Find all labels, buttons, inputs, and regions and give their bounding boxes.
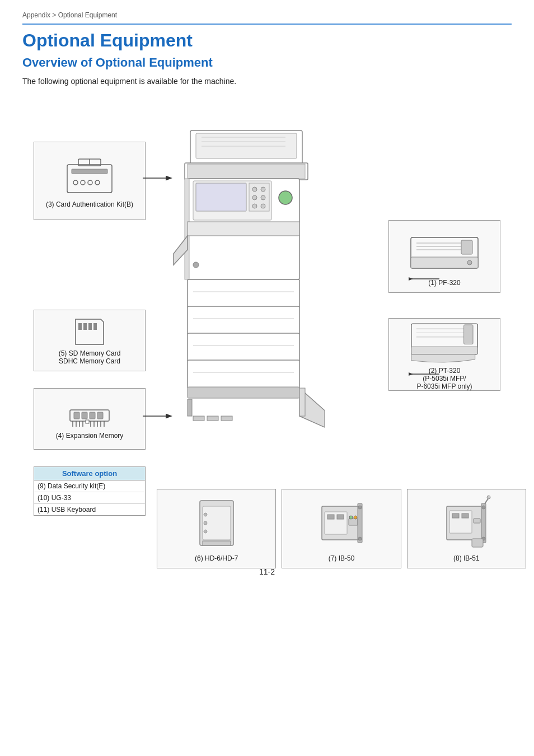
svg-rect-88 bbox=[349, 519, 358, 525]
svg-point-56 bbox=[252, 187, 257, 192]
svg-rect-55 bbox=[249, 183, 269, 211]
svg-rect-43 bbox=[464, 325, 473, 344]
svg-rect-98 bbox=[452, 514, 459, 518]
card-auth-label: (3) Card Authentication Kit(B) bbox=[46, 200, 133, 208]
svg-rect-19 bbox=[86, 420, 89, 423]
software-option-table: Software option (9) Data Security kit(E)… bbox=[34, 466, 146, 516]
svg-point-75 bbox=[193, 262, 199, 268]
expansion-memory-label: (4) Expansion Memory bbox=[56, 432, 124, 440]
svg-point-58 bbox=[252, 195, 257, 200]
svg-rect-64 bbox=[188, 222, 299, 236]
machine-svg bbox=[157, 125, 325, 506]
breadcrumb: Appendix > Optional Equipment bbox=[22, 11, 512, 25]
svg-point-101 bbox=[487, 496, 490, 499]
diagram-area: (3) Card Authentication Kit(B) (5) SD Me… bbox=[22, 97, 512, 556]
svg-point-62 bbox=[279, 191, 292, 204]
svg-point-85 bbox=[204, 530, 207, 533]
ib51-icon bbox=[441, 495, 491, 551]
card-auth-box: (3) Card Authentication Kit(B) bbox=[34, 142, 146, 220]
svg-rect-54 bbox=[196, 183, 246, 211]
page-title: Optional Equipment bbox=[22, 30, 512, 51]
svg-rect-12 bbox=[88, 323, 92, 330]
svg-point-90 bbox=[354, 516, 357, 519]
sd-memory-label: (5) SD Memory CardSDHC Memory Card bbox=[59, 349, 121, 365]
svg-rect-106 bbox=[472, 539, 483, 547]
svg-rect-68 bbox=[188, 360, 299, 388]
svg-rect-1 bbox=[72, 169, 107, 174]
ib50-icon bbox=[316, 495, 367, 551]
svg-rect-73 bbox=[188, 387, 299, 398]
sd-memory-box: (5) SD Memory CardSDHC Memory Card bbox=[34, 310, 146, 371]
svg-marker-9 bbox=[76, 319, 104, 344]
software-item-3: (11) USB Keyboard bbox=[34, 504, 145, 515]
svg-rect-51 bbox=[188, 164, 305, 179]
svg-rect-78 bbox=[207, 416, 218, 421]
svg-point-2 bbox=[73, 180, 78, 185]
svg-rect-91 bbox=[327, 515, 334, 519]
svg-rect-76 bbox=[188, 399, 192, 416]
software-item-1: (9) Data Security kit(E) bbox=[34, 480, 145, 492]
svg-rect-39 bbox=[411, 347, 477, 354]
ib51-label: (8) IB-51 bbox=[453, 554, 480, 562]
svg-point-94 bbox=[358, 506, 362, 509]
pt320-box: (2) PT-320(P-5035i MFP/P-6035i MFP only) bbox=[388, 318, 500, 391]
page-container: Appendix > Optional Equipment Optional E… bbox=[0, 0, 534, 756]
svg-point-84 bbox=[204, 521, 207, 525]
svg-rect-10 bbox=[78, 323, 82, 330]
svg-point-61 bbox=[261, 204, 265, 208]
svg-point-3 bbox=[81, 180, 85, 185]
svg-point-89 bbox=[349, 516, 353, 519]
svg-point-83 bbox=[204, 513, 207, 516]
svg-point-57 bbox=[261, 187, 265, 192]
sd-memory-icon bbox=[70, 316, 109, 347]
expansion-memory-icon bbox=[67, 399, 112, 430]
page-number: 11-2 bbox=[22, 567, 512, 576]
ib50-label: (7) IB-50 bbox=[329, 554, 355, 562]
svg-rect-13 bbox=[93, 323, 97, 330]
svg-rect-35 bbox=[461, 240, 472, 254]
pf320-box: (1) PF-320 bbox=[388, 220, 500, 293]
svg-rect-74 bbox=[299, 388, 305, 416]
svg-point-95 bbox=[358, 537, 362, 540]
intro-text: The following optional equipment is avai… bbox=[22, 77, 512, 86]
svg-rect-17 bbox=[90, 412, 95, 419]
svg-rect-65 bbox=[188, 279, 299, 307]
section-title: Overview of Optional Equipment bbox=[22, 55, 512, 70]
card-auth-icon bbox=[62, 153, 118, 198]
pt320-label: (2) PT-320(P-5035i MFP/P-6035i MFP only) bbox=[416, 367, 472, 390]
svg-rect-77 bbox=[193, 416, 204, 421]
svg-point-5 bbox=[95, 180, 100, 185]
ib50-item: (7) IB-50 bbox=[282, 489, 401, 568]
pt320-icon bbox=[405, 319, 484, 365]
hd-icon bbox=[191, 495, 242, 551]
svg-rect-79 bbox=[221, 416, 232, 421]
svg-rect-99 bbox=[462, 514, 469, 518]
svg-rect-15 bbox=[74, 412, 79, 419]
svg-point-104 bbox=[482, 506, 485, 509]
expansion-memory-box: (4) Expansion Memory bbox=[34, 388, 146, 450]
pf320-icon bbox=[405, 226, 484, 277]
hd-item: (6) HD-6/HD-7 bbox=[157, 489, 276, 568]
svg-rect-92 bbox=[337, 515, 344, 519]
svg-rect-67 bbox=[188, 333, 299, 361]
pf320-label: (1) PF-320 bbox=[428, 279, 460, 287]
svg-rect-16 bbox=[82, 412, 87, 419]
bottom-hardware-area: (6) HD-6/HD-7 bbox=[157, 489, 526, 568]
svg-rect-11 bbox=[83, 323, 87, 330]
svg-point-60 bbox=[252, 204, 257, 208]
software-option-header: Software option bbox=[34, 467, 145, 480]
hd-label: (6) HD-6/HD-7 bbox=[195, 554, 238, 562]
svg-rect-82 bbox=[203, 541, 231, 545]
svg-point-36 bbox=[467, 260, 472, 265]
svg-rect-18 bbox=[97, 412, 103, 419]
svg-point-4 bbox=[88, 180, 92, 185]
center-machine bbox=[157, 125, 325, 506]
svg-rect-66 bbox=[188, 306, 299, 334]
ib51-item: (8) IB-51 bbox=[407, 489, 526, 568]
svg-rect-102 bbox=[474, 519, 480, 523]
svg-point-59 bbox=[261, 195, 265, 200]
software-item-2: (10) UG-33 bbox=[34, 492, 145, 504]
